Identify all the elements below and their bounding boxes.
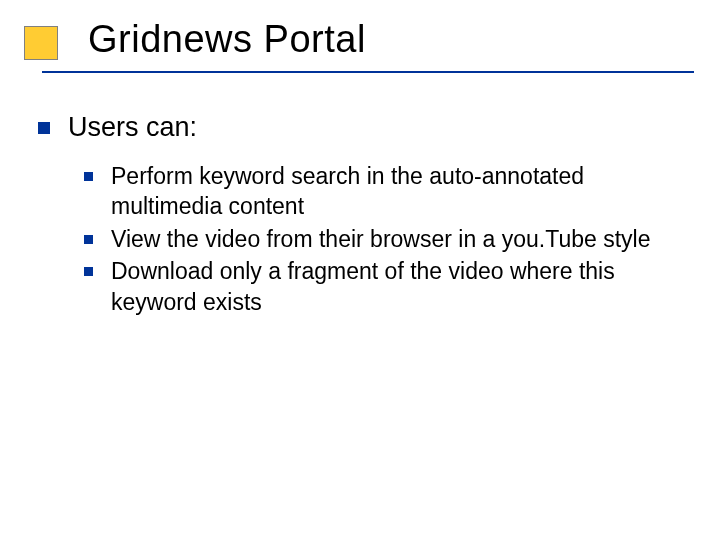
level2-text: View the video from their browser in a y… bbox=[111, 224, 650, 254]
bullet-level2: Perform keyword search in the auto-annot… bbox=[84, 161, 690, 222]
level2-text: Download only a fragment of the video wh… bbox=[111, 256, 690, 317]
title-underline bbox=[42, 71, 694, 73]
slide-content: Users can: Perform keyword search in the… bbox=[0, 92, 720, 317]
bullet-level1: Users can: bbox=[38, 110, 690, 145]
level1-text: Users can: bbox=[68, 110, 197, 145]
square-bullet-icon bbox=[84, 172, 93, 181]
level2-container: Perform keyword search in the auto-annot… bbox=[38, 155, 690, 317]
bullet-level2: View the video from their browser in a y… bbox=[84, 224, 690, 254]
square-bullet-icon bbox=[84, 267, 93, 276]
level2-text: Perform keyword search in the auto-annot… bbox=[111, 161, 690, 222]
slide-title-area: Gridnews Portal bbox=[0, 0, 720, 92]
bullet-level2: Download only a fragment of the video wh… bbox=[84, 256, 690, 317]
title-accent-box bbox=[24, 26, 58, 60]
square-bullet-icon bbox=[84, 235, 93, 244]
slide-title: Gridnews Portal bbox=[88, 18, 366, 61]
square-bullet-icon bbox=[38, 122, 50, 134]
